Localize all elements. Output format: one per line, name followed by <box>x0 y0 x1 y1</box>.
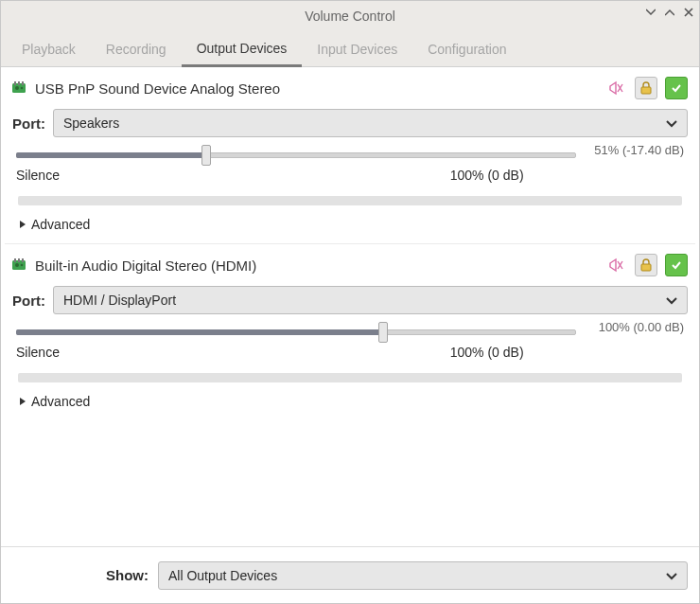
svg-rect-6 <box>641 87 651 94</box>
volume-slider[interactable] <box>16 147 576 164</box>
port-value: Speakers <box>63 115 119 131</box>
port-row: Port: Speakers <box>12 109 688 137</box>
vu-meter <box>18 196 682 205</box>
show-select[interactable]: All Output Devices <box>158 561 688 590</box>
device-name: Built-in Audio Digital Stereo (HDMI) <box>35 258 597 274</box>
slider-marks: Silence 100% (0 dB) <box>16 168 684 183</box>
advanced-toggle[interactable]: Advanced <box>16 388 684 417</box>
minimize-icon[interactable] <box>646 7 656 20</box>
port-row: Port: HDMI / DisplayPort <box>12 286 688 314</box>
volume-readout: 51% (-17.40 dB) <box>584 143 684 157</box>
set-default-button[interactable] <box>665 254 688 276</box>
mute-icon[interactable] <box>604 77 627 99</box>
chevron-down-icon <box>666 568 677 583</box>
tab-bar: Playback Recording Output Devices Input … <box>1 31 699 67</box>
chevron-down-icon <box>666 115 677 131</box>
port-select[interactable]: HDMI / DisplayPort <box>53 286 688 314</box>
device-card: Built-in Audio Digital Stereo (HDMI) Por… <box>1 244 699 420</box>
tab-configuration[interactable]: Configuration <box>412 31 521 66</box>
set-default-button[interactable] <box>665 77 688 99</box>
volume-row: 51% (-17.40 dB) <box>16 147 684 164</box>
mark-silence: Silence <box>16 345 60 360</box>
show-label: Show: <box>106 567 149 583</box>
slider-thumb[interactable] <box>201 145 211 166</box>
window: Volume Control Playback Recording Output… <box>0 0 700 604</box>
device-name: USB PnP Sound Device Analog Stereo <box>35 80 597 97</box>
mark-silence: Silence <box>16 168 60 183</box>
tab-output-devices[interactable]: Output Devices <box>182 31 303 67</box>
close-icon[interactable] <box>684 7 693 20</box>
device-card: USB PnP Sound Device Analog Stereo Port:… <box>1 67 699 243</box>
svg-rect-3 <box>22 81 24 85</box>
svg-rect-13 <box>641 264 651 271</box>
volume-row: 100% (0.00 dB) <box>16 324 684 341</box>
slider-fill <box>16 329 383 335</box>
window-controls <box>646 7 693 20</box>
svg-point-12 <box>21 264 24 267</box>
tab-recording[interactable]: Recording <box>91 31 182 66</box>
volume-block: 100% (0.00 dB) Silence 100% (0 dB) Advan… <box>16 324 684 417</box>
svg-rect-1 <box>14 81 16 85</box>
svg-point-11 <box>15 263 19 267</box>
svg-point-4 <box>15 86 19 90</box>
svg-rect-8 <box>14 258 16 262</box>
port-select[interactable]: Speakers <box>53 109 688 137</box>
footer: Show: All Output Devices <box>1 546 699 603</box>
sound-card-icon <box>12 81 27 95</box>
svg-point-5 <box>21 87 24 90</box>
volume-block: 51% (-17.40 dB) Silence 100% (0 dB) Adva… <box>16 147 684 240</box>
mark-100: 100% (0 dB) <box>450 345 524 360</box>
lock-channels-button[interactable] <box>635 77 657 99</box>
sound-card-icon <box>12 258 27 272</box>
content-area: USB PnP Sound Device Analog Stereo Port:… <box>1 67 699 546</box>
maximize-icon[interactable] <box>665 7 674 20</box>
advanced-label: Advanced <box>31 217 90 232</box>
slider-fill <box>16 152 206 158</box>
chevron-down-icon <box>666 293 677 308</box>
port-label: Port: <box>12 115 45 132</box>
advanced-label: Advanced <box>31 394 90 409</box>
device-header: USB PnP Sound Device Analog Stereo <box>12 77 688 99</box>
show-value: All Output Devices <box>168 568 277 583</box>
titlebar: Volume Control <box>1 1 699 31</box>
lock-channels-button[interactable] <box>635 254 657 276</box>
tab-playback[interactable]: Playback <box>7 31 91 66</box>
slider-marks: Silence 100% (0 dB) <box>16 345 684 360</box>
triangle-right-icon <box>18 394 27 409</box>
volume-slider[interactable] <box>16 324 576 341</box>
svg-rect-10 <box>22 258 24 262</box>
tab-input-devices[interactable]: Input Devices <box>302 31 412 66</box>
mark-100: 100% (0 dB) <box>450 168 524 183</box>
device-header: Built-in Audio Digital Stereo (HDMI) <box>12 254 688 276</box>
triangle-right-icon <box>18 217 27 232</box>
window-title: Volume Control <box>305 9 395 24</box>
volume-readout: 100% (0.00 dB) <box>584 320 684 334</box>
vu-meter <box>18 373 682 382</box>
mute-icon[interactable] <box>604 254 627 276</box>
port-value: HDMI / DisplayPort <box>63 293 176 308</box>
advanced-toggle[interactable]: Advanced <box>16 211 684 240</box>
port-label: Port: <box>12 293 45 309</box>
svg-rect-9 <box>18 258 20 262</box>
slider-thumb[interactable] <box>378 322 388 343</box>
svg-rect-2 <box>18 81 20 85</box>
